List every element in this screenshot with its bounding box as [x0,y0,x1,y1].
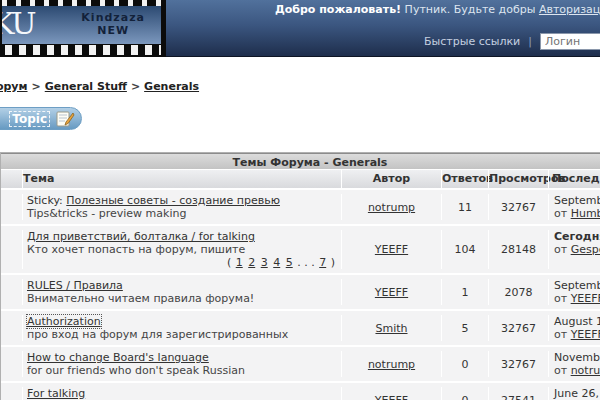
by-label: от [554,207,567,220]
views-count: 32767 [488,351,548,377]
topic-cell: Authorization про вход на форум для заре… [23,315,341,341]
topic-link[interactable]: How to change Board's language [27,351,209,364]
last-post-cell: August 14, 2 от YEEFF › [548,315,600,341]
page-link[interactable]: 3 [261,256,268,269]
new-topic-button[interactable]: Topic [0,107,82,130]
by-label: от [554,292,567,305]
topic-cell: How to change Board's language for our f… [23,351,341,377]
by-label: от [554,328,567,341]
topic-description: Внимательно читаем правила форума! [27,292,341,305]
author-link[interactable]: YEEFF [375,286,408,299]
today-label: Сегодня [554,230,600,243]
logo-inner: KU Kindzaza NEW [2,6,161,44]
topic-cell: Для приветствий, болталка / for talking … [23,230,341,269]
by-label: от [554,243,567,256]
last-post-date: September 1 [554,194,600,207]
page-link[interactable]: 5 [286,256,293,269]
author-link[interactable]: YEEFF [375,394,408,400]
site-logo[interactable]: KU Kindzaza NEW [0,0,166,57]
last-poster-link[interactable]: YEEFF [571,328,600,341]
replies-count: 0 [441,351,488,377]
table-row: For talking YEEFF 0 27541 June 26, 201 о… [1,383,600,400]
column-header-topic: Тема [23,170,341,188]
quick-links-bar: Быстрые ссылки | [424,33,600,50]
author-link[interactable]: notrump [368,201,415,214]
table-row: How to change Board's language for our f… [1,347,600,383]
last-poster-link[interactable]: Humbert [571,207,600,220]
topic-status-cell [1,351,23,377]
breadcrumb-separator: > [127,80,144,93]
author-link[interactable]: Smith [375,322,407,335]
welcome-bold: Добро пожаловать! [275,3,401,16]
topic-pagination: ( 1 2 3 4 5 . . . 7 ) [27,256,341,269]
column-header-last-post: Последнее сообщение [548,170,600,188]
topic-link[interactable]: For talking [27,387,85,400]
replies-count: 104 [441,230,488,269]
table-title: Темы Форума - Generals [1,153,600,170]
last-post-cell: Сегодня в от Gesper › [548,230,600,269]
forum-topics-table: Темы Форума - Generals Тема Автор Ответо… [0,152,600,400]
page-link[interactable]: 1 [236,256,243,269]
breadcrumb-section-link[interactable]: General Stuff [45,80,127,93]
site-header: Добро пожаловать! Путник. Будьте добры А… [0,0,600,57]
last-poster-link[interactable]: Gesper [571,243,600,256]
breadcrumb-separator: > [28,80,45,93]
breadcrumb-current-link[interactable]: Generals [144,80,199,93]
quick-links[interactable]: Быстрые ссылки [424,35,520,48]
divider: | [528,35,532,48]
last-post-cell: September 7 от YEEFF › [548,279,600,305]
page-link[interactable]: 4 [273,256,280,269]
table-header-row: Тема Автор Ответов Просмотров Последнее … [1,170,600,190]
by-label: от [554,364,567,377]
topic-link[interactable]: Для приветствий, болталка / for talking [27,230,255,243]
logo-subtitle: NEW [81,24,145,37]
new-topic-paper-pencil-icon [55,110,75,128]
author-link[interactable]: notrump [368,358,415,371]
logo-monogram: KU [2,6,35,41]
table-row: RULES / Правила Внимательно читаем прави… [1,275,600,311]
table-row: Authorization про вход на форум для заре… [1,311,600,347]
last-post-cell: September 1 от Humbert › [548,194,600,220]
views-count: 32767 [488,194,548,220]
breadcrumb-forum-link[interactable]: Форум [0,80,28,93]
topic-status-cell [1,315,23,341]
topic-link[interactable]: Authorization [27,315,101,328]
filmstrip-sprockets-bottom-icon [2,45,161,55]
topic-status-cell [1,230,23,269]
sticky-prefix: Sticky: [27,194,66,207]
topic-cell: RULES / Правила Внимательно читаем прави… [23,279,341,305]
column-header-replies: Ответов [441,170,488,188]
welcome-message: Добро пожаловать! Путник. Будьте добры А… [275,3,600,16]
topic-cell: For talking [23,387,341,400]
last-post-date: August 14, 2 [554,315,600,328]
topic-description: Tips&tricks - preview making [27,207,341,220]
topic-link[interactable]: Полезные советы - создание превью [66,194,280,207]
last-poster-link[interactable]: YEEFF [571,292,600,305]
replies-count: 1 [441,279,488,305]
topic-description: про вход на форум для зарегистрированных [27,328,341,341]
author-link[interactable]: YEEFF [375,243,408,256]
new-topic-label: Topic [9,111,50,127]
login-input[interactable] [540,33,600,50]
last-poster-link[interactable]: notrump [571,364,600,377]
page-link[interactable]: 2 [248,256,255,269]
views-count: 27541 [488,387,548,400]
replies-count: 5 [441,315,488,341]
topic-status-cell [1,194,23,220]
table-row: Sticky: Полезные советы - создание превь… [1,190,600,226]
topic-link[interactable]: RULES / Правила [27,279,123,292]
last-post-cell: November 1 от notrump › [548,351,600,377]
column-header-views: Просмотров [488,170,548,188]
authorize-link[interactable]: Авторизация [539,3,600,16]
topic-status-cell [1,387,23,400]
topic-status-cell [1,279,23,305]
topic-cell: Sticky: Полезные советы - создание превь… [23,194,341,220]
last-post-date: November 1 [554,351,600,364]
last-post-cell: June 26, 201 от YEEFF › [548,387,600,400]
column-header-author: Автор [341,170,441,188]
replies-count: 0 [441,387,488,400]
page-link[interactable]: 7 [319,256,326,269]
views-count: 28148 [488,230,548,269]
last-post-date: September 7 [554,279,600,292]
replies-count: 11 [441,194,488,220]
